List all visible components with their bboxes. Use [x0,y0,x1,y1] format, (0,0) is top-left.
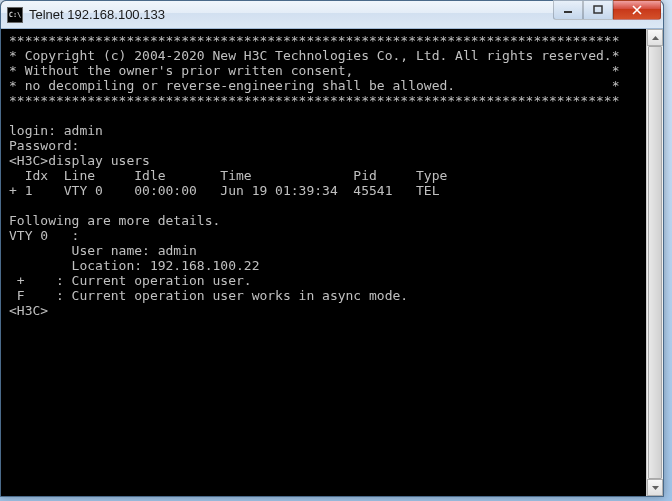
minimize-icon [563,5,573,15]
login-prompt: login: admin [9,123,103,138]
user-line: User name: admin [9,243,197,258]
command-line: <H3C>display users [9,153,150,168]
titlebar[interactable]: C:\ Telnet 192.168.100.133 [1,1,663,29]
svg-rect-1 [594,6,602,13]
chevron-down-icon [652,486,659,490]
shell-prompt: <H3C> [9,303,48,318]
details-header: Following are more details. [9,213,220,228]
table-header: Idx Line Idle Time Pid Type [9,168,447,183]
legend-f: F : Current operation user works in asyn… [9,288,408,303]
maximize-button[interactable] [583,0,613,20]
copyright-line-1: * Copyright (c) 2004-2020 New H3C Techno… [9,48,619,63]
legend-plus: + : Current operation user. [9,273,252,288]
scroll-down-button[interactable] [647,479,663,496]
scrollbar-thumb[interactable] [648,46,662,479]
scrollbar-track[interactable] [647,46,663,479]
copyright-line-3: * no decompiling or reverse-engineering … [9,78,619,93]
vertical-scrollbar[interactable] [646,29,663,496]
location-line: Location: 192.168.100.22 [9,258,259,273]
window-controls [553,1,661,20]
close-button[interactable] [613,0,661,20]
table-row: + 1 VTY 0 00:00:00 Jun 19 01:39:34 45541… [9,183,439,198]
maximize-icon [593,5,603,15]
svg-rect-0 [564,11,572,13]
copyright-line-2: * Without the owner's prior written cons… [9,63,619,78]
close-icon [631,5,643,15]
password-prompt: Password: [9,138,79,153]
banner-line: ****************************************… [9,33,619,48]
terminal-output[interactable]: ****************************************… [7,29,657,490]
vty-line: VTY 0 : [9,228,79,243]
banner-line: ****************************************… [9,93,619,108]
scroll-up-button[interactable] [647,29,663,46]
app-icon: C:\ [7,7,23,23]
chevron-up-icon [652,36,659,40]
minimize-button[interactable] [553,0,583,20]
telnet-window: C:\ Telnet 192.168.100.133 *************… [0,0,664,497]
